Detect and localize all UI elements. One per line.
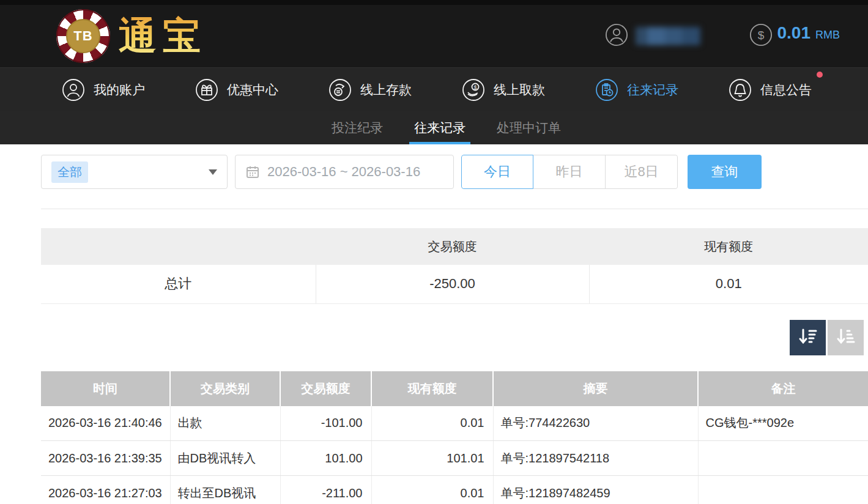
records-icon xyxy=(595,78,619,102)
nav-item-gift[interactable]: 优惠中心 xyxy=(195,78,278,102)
sort-controls xyxy=(0,320,864,355)
record-cell: 由DB视讯转入 xyxy=(170,441,280,476)
nav-item-label: 我的账户 xyxy=(94,81,145,98)
summary-total-row: 总计 -250.00 0.01 xyxy=(41,265,868,303)
dollar-coin-icon: $ xyxy=(749,23,773,49)
table-row: 2026-03-16 21:27:03转出至DB视讯-211.000.01单号:… xyxy=(41,476,868,504)
subtab-2[interactable]: 往来记录 xyxy=(413,111,467,144)
record-cell: CG钱包-***092e xyxy=(698,406,868,441)
record-cell: 0.01 xyxy=(371,406,493,441)
nav-item-user[interactable]: 我的账户 xyxy=(61,78,145,102)
query-button[interactable]: 查询 xyxy=(688,155,762,189)
quick-range-group: 今日昨日近8日 xyxy=(461,155,678,189)
summary-col-current-balance: 现有额度 xyxy=(589,228,868,265)
records-col-6: 备注 xyxy=(698,371,868,406)
records-col-4: 现有额度 xyxy=(371,371,493,406)
user-avatar-icon xyxy=(605,23,628,49)
deposit-icon xyxy=(328,78,352,102)
records-col-3: 交易额度 xyxy=(280,371,371,406)
record-cell: 单号:121897542118 xyxy=(493,441,698,476)
balance-currency: RMB xyxy=(815,29,840,42)
bell-icon xyxy=(728,78,752,102)
summary-total-label: 总计 xyxy=(41,265,316,303)
calendar-icon xyxy=(245,165,260,179)
gift-icon xyxy=(195,78,219,102)
main-nav: 我的账户优惠中心线上存款$线上取款往来记录信息公告 xyxy=(0,67,868,111)
wallet-balance[interactable]: $ 0.01 RMB xyxy=(749,23,840,49)
record-cell: -211.00 xyxy=(280,476,371,504)
subtab-bar: 投注纪录往来记录处理中订单 xyxy=(0,111,868,144)
summary-col-empty xyxy=(41,228,316,265)
nav-item-deposit[interactable]: 线上存款 xyxy=(328,78,412,102)
records-table: 时间交易类别交易额度现有额度摘要备注 2026-03-16 21:40:46出款… xyxy=(41,371,868,504)
record-cell: 101.00 xyxy=(280,441,371,476)
record-cell: -101.00 xyxy=(280,406,371,441)
record-cell: 单号:121897482459 xyxy=(493,476,698,504)
table-row: 2026-03-16 21:39:35由DB视讯转入101.00101.01单号… xyxy=(41,441,868,476)
record-cell: 单号:774422630 xyxy=(493,406,698,441)
nav-item-label: 线上存款 xyxy=(360,81,412,98)
record-cell xyxy=(698,476,868,504)
summary-col-transaction-amount: 交易额度 xyxy=(316,228,589,265)
table-row: 2026-03-16 21:40:46出款-101.000.01单号:77442… xyxy=(41,406,868,441)
records-header-row: 时间交易类别交易额度现有额度摘要备注 xyxy=(41,371,868,406)
nav-item-label: 信息公告 xyxy=(760,81,812,98)
nav-item-label: 往来记录 xyxy=(627,81,678,98)
record-cell xyxy=(698,441,868,476)
summary-total-transaction-amount: -250.00 xyxy=(316,265,589,303)
balance-amount: 0.01 xyxy=(777,23,811,43)
record-cell: 0.01 xyxy=(371,476,493,504)
nav-item-withdraw[interactable]: $线上取款 xyxy=(461,78,545,102)
nav-item-label: 线上取款 xyxy=(494,81,545,98)
user-icon xyxy=(61,78,86,102)
nav-item-label: 优惠中心 xyxy=(227,81,278,98)
quick-range-3[interactable]: 近8日 xyxy=(606,155,678,189)
sort-descending-icon xyxy=(798,326,818,349)
records-col-2: 交易类别 xyxy=(170,371,280,406)
sort-ascending-icon xyxy=(836,326,856,349)
sort-descending-button[interactable] xyxy=(790,320,826,355)
svg-text:$: $ xyxy=(757,29,764,42)
top-header: TB 通宝 $ 0.01 RMB xyxy=(0,0,868,67)
nav-item-records[interactable]: 往来记录 xyxy=(595,78,678,102)
brand-name: 通宝 xyxy=(119,10,207,62)
quick-range-2[interactable]: 昨日 xyxy=(533,155,606,189)
subtab-1[interactable]: 投注纪录 xyxy=(330,111,384,144)
divider xyxy=(41,209,868,209)
summary-header-row: 交易额度 现有额度 xyxy=(41,228,868,265)
username-blurred xyxy=(636,27,700,45)
record-cell: 2026-03-16 21:27:03 xyxy=(41,476,170,504)
filter-row: 全部 2026-03-16 ~ 2026-03-16 今日昨日近8日 查询 xyxy=(41,155,868,189)
summary-table: 交易额度 现有额度 总计 -250.00 0.01 xyxy=(41,228,868,304)
record-cell: 转出至DB视讯 xyxy=(170,476,280,504)
chip-monogram: TB xyxy=(66,19,100,53)
date-range-value: 2026-03-16 ~ 2026-03-16 xyxy=(267,164,420,180)
svg-text:$: $ xyxy=(473,84,477,90)
user-account[interactable] xyxy=(605,23,700,49)
record-cell: 出款 xyxy=(170,406,280,441)
records-col-5: 摘要 xyxy=(493,371,698,406)
nav-item-bell[interactable]: 信息公告 xyxy=(728,78,812,102)
sort-ascending-button[interactable] xyxy=(828,320,864,355)
summary-total-current-balance: 0.01 xyxy=(589,265,868,303)
subtab-3[interactable]: 处理中订单 xyxy=(495,111,562,144)
record-cell: 2026-03-16 21:40:46 xyxy=(41,406,170,441)
selected-type-chip: 全部 xyxy=(51,161,88,183)
chevron-down-icon xyxy=(209,169,217,175)
header-right: $ 0.01 RMB xyxy=(605,23,840,49)
record-cell: 2026-03-16 21:39:35 xyxy=(41,441,170,476)
notification-dot xyxy=(817,72,823,78)
record-cell: 101.01 xyxy=(371,441,493,476)
date-range-input[interactable]: 2026-03-16 ~ 2026-03-16 xyxy=(235,155,454,189)
withdraw-icon: $ xyxy=(461,78,486,102)
transaction-type-select[interactable]: 全部 xyxy=(41,155,228,189)
quick-range-1[interactable]: 今日 xyxy=(461,155,533,189)
records-col-1: 时间 xyxy=(41,371,170,406)
poker-chip-logo-icon: TB xyxy=(56,9,110,63)
brand-logo[interactable]: TB 通宝 xyxy=(56,9,207,63)
